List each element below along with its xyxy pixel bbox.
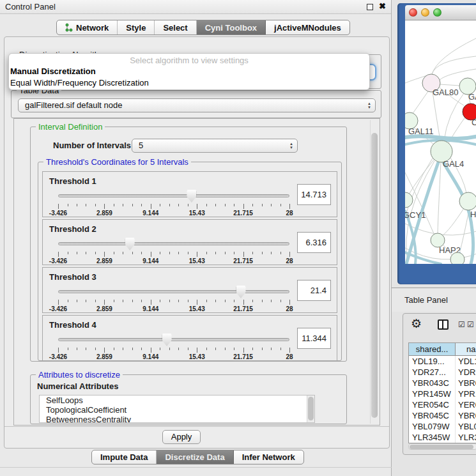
slider-tick bbox=[271, 204, 272, 206]
slider-track[interactable] bbox=[58, 194, 289, 197]
threshold-slider[interactable]: -3.4262.8599.14415.4321.71528 bbox=[58, 236, 292, 265]
table-cell[interactable]: YDL1 bbox=[456, 356, 476, 367]
table-row[interactable]: YDR27... YDR2 bbox=[409, 367, 476, 378]
network-edge[interactable] bbox=[443, 208, 464, 235]
close-traffic-light-icon[interactable] bbox=[409, 8, 417, 17]
slider-thumb[interactable] bbox=[236, 286, 246, 298]
slider-thumb[interactable] bbox=[162, 334, 172, 346]
column-header-name[interactable]: na bbox=[456, 343, 476, 355]
settings-scrollbar-thumb[interactable] bbox=[371, 133, 378, 418]
table-cell[interactable]: YLR345W bbox=[409, 432, 456, 443]
table-scrollbar-thumb[interactable] bbox=[410, 445, 473, 449]
network-node-gcy1[interactable] bbox=[405, 192, 413, 208]
network-edge[interactable] bbox=[432, 38, 476, 74]
column-layout-icon[interactable] bbox=[438, 319, 449, 330]
network-view-window[interactable]: GAL80GACGAL11GAL4GCY1HHAP2 bbox=[397, 3, 476, 284]
network-node[interactable] bbox=[450, 252, 464, 264]
slider-tick bbox=[234, 204, 234, 206]
slider-tick bbox=[160, 300, 160, 302]
network-edge[interactable] bbox=[440, 84, 460, 86]
threshold-slider[interactable]: -3.4262.8599.14415.4321.71528 bbox=[58, 332, 292, 360]
attribute-list-item[interactable]: SelfLoops bbox=[40, 395, 314, 405]
combo-stepper-icon: ▲▼ bbox=[289, 139, 293, 152]
table-cell[interactable]: YDR27... bbox=[409, 367, 456, 378]
slider-tick bbox=[215, 300, 216, 302]
network-node-h[interactable] bbox=[459, 192, 476, 210]
apply-button[interactable]: Apply bbox=[162, 430, 201, 444]
network-edge-thick[interactable] bbox=[471, 230, 473, 264]
algorithm-option[interactable]: Equal Width/Frequency Discretization bbox=[9, 78, 369, 89]
table-cell[interactable]: YBR0 bbox=[456, 410, 476, 421]
network-canvas[interactable]: GAL80GACGAL11GAL4GCY1HHAP2 bbox=[405, 20, 476, 264]
slider-tick-label: 21.715 bbox=[233, 305, 253, 312]
bottom-tab[interactable]: Discretize Data bbox=[157, 450, 233, 464]
bottom-tab[interactable]: Infer Network bbox=[234, 450, 303, 464]
slider-tick bbox=[86, 300, 86, 302]
table-horizontal-scrollbar[interactable] bbox=[408, 443, 476, 450]
table-cell[interactable]: YBR0 bbox=[456, 378, 476, 388]
zoom-traffic-light-icon[interactable] bbox=[433, 8, 441, 17]
slider-thumb[interactable] bbox=[187, 190, 196, 203]
table-row[interactable]: YER054C YER0 bbox=[409, 399, 476, 410]
table-cell[interactable]: YDL19... bbox=[409, 356, 456, 367]
slider-tick bbox=[123, 252, 123, 254]
slider-track[interactable] bbox=[58, 290, 289, 293]
table-cell[interactable]: YLR3 bbox=[456, 432, 476, 443]
top-tab[interactable]: Cyni Toolbox bbox=[197, 20, 266, 35]
table-cell[interactable]: YBR045C bbox=[409, 410, 456, 421]
attribute-list-item[interactable]: TopologicalCoefficient bbox=[40, 405, 314, 415]
bottom-tab-label: Impute Data bbox=[100, 452, 148, 462]
table-cell[interactable]: YBL079W bbox=[409, 421, 456, 432]
attributes-scrollbar[interactable] bbox=[307, 395, 314, 422]
table-cell[interactable]: YPR145W bbox=[409, 388, 456, 399]
float-window-icon[interactable] bbox=[367, 4, 373, 10]
table-row[interactable]: YBL079W YBL0 bbox=[409, 421, 476, 432]
numerical-attributes-list[interactable]: SelfLoops TopologicalCoefficient Between… bbox=[39, 395, 315, 423]
table-cell[interactable]: YER054C bbox=[409, 399, 456, 410]
network-edge[interactable] bbox=[459, 210, 469, 254]
top-tab[interactable]: jActiveMNodules bbox=[266, 20, 349, 35]
table-cell[interactable]: YBL0 bbox=[456, 421, 476, 432]
table-data-combobox[interactable]: galFiltered.sif default node ▲▼ bbox=[18, 98, 376, 112]
network-edge[interactable] bbox=[433, 92, 440, 141]
table-cell[interactable]: YBR043C bbox=[409, 378, 456, 388]
threshold-slider[interactable]: -3.4262.8599.14415.4321.71528 bbox=[58, 284, 292, 312]
table-row[interactable]: YBR043C YBR0 bbox=[409, 378, 476, 388]
table-cell[interactable]: YDR2 bbox=[456, 367, 476, 378]
checkbox-icon[interactable]: ☑ bbox=[458, 320, 465, 329]
algorithm-option[interactable]: Manual Discretization bbox=[9, 66, 369, 78]
slider-tick-labels: -3.4262.8599.14415.4321.71528 bbox=[58, 353, 289, 361]
table-cell[interactable]: YER0 bbox=[456, 399, 476, 410]
slider-thumb[interactable] bbox=[125, 238, 135, 250]
network-window-titlebar[interactable] bbox=[405, 5, 476, 20]
gear-icon[interactable]: ⚙ bbox=[411, 316, 422, 331]
minimize-traffic-light-icon[interactable] bbox=[421, 8, 429, 17]
attribute-list-item[interactable]: BetweennessCentrality bbox=[40, 415, 314, 423]
bottom-tab[interactable]: Impute Data bbox=[92, 450, 157, 464]
network-edge[interactable] bbox=[412, 91, 428, 114]
table-row[interactable]: YBR045C YBR0 bbox=[409, 410, 476, 421]
slider-track[interactable] bbox=[58, 338, 289, 341]
settings-vertical-scrollbar[interactable] bbox=[370, 120, 378, 424]
checkbox-icon[interactable]: ☑ bbox=[467, 320, 474, 329]
top-tab[interactable]: Network bbox=[57, 20, 118, 35]
table-row[interactable]: YLR345W YLR3 bbox=[409, 432, 476, 443]
table-row[interactable]: YDL19... YDL1 bbox=[409, 356, 476, 367]
number-of-intervals-label: Number of Intervals bbox=[53, 141, 131, 150]
network-node-label: C bbox=[472, 118, 476, 127]
network-edge[interactable] bbox=[438, 162, 441, 233]
column-header-shared-name[interactable]: shared... bbox=[409, 343, 456, 355]
slider-tick-label: 2.859 bbox=[96, 305, 112, 312]
top-tab-label: jActiveMNodules bbox=[274, 23, 341, 33]
attributes-scrollbar-thumb[interactable] bbox=[308, 397, 314, 420]
top-tab[interactable]: Select bbox=[155, 20, 196, 35]
number-of-intervals-combobox[interactable]: 5 ▲▼ bbox=[132, 139, 298, 153]
top-tab-label: Cyni Toolbox bbox=[205, 23, 257, 33]
top-tab[interactable]: Style bbox=[118, 20, 155, 35]
network-edge[interactable] bbox=[432, 56, 476, 75]
slider-track[interactable] bbox=[58, 242, 289, 245]
threshold-slider[interactable]: -3.4262.8599.14415.4321.71528 bbox=[58, 188, 292, 217]
table-row[interactable]: YPR145W YPR1 bbox=[409, 388, 476, 399]
close-icon[interactable]: ✖ bbox=[379, 1, 386, 11]
table-cell[interactable]: YPR1 bbox=[456, 388, 476, 399]
